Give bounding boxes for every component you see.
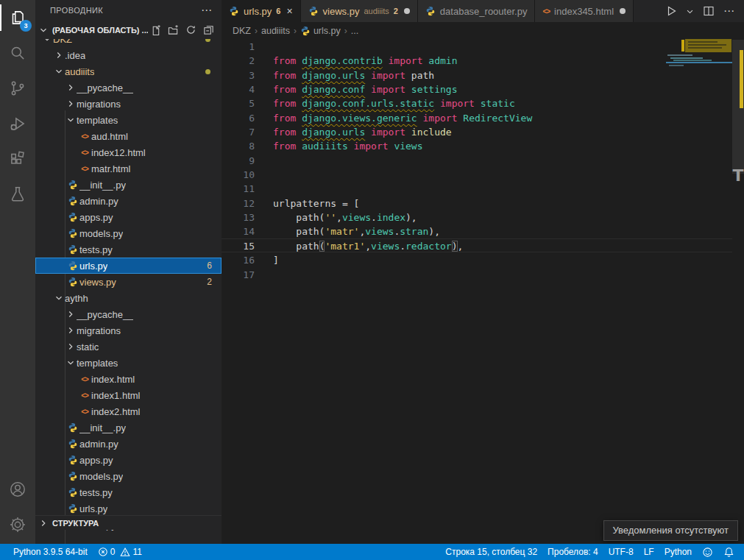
- activity-source-control[interactable]: [0, 71, 35, 106]
- code-line-11[interactable]: 11: [222, 182, 744, 196]
- split-editor-button[interactable]: [703, 5, 715, 17]
- tree-item-models-py[interactable]: models.py: [35, 468, 222, 484]
- tree-item-matr-html[interactable]: <>matr.html: [35, 160, 222, 177]
- tree-item-aythh[interactable]: aythh: [35, 290, 222, 306]
- tree-item--idea[interactable]: .idea: [35, 47, 222, 63]
- status-item-строка-15-столбец-32[interactable]: Строка 15, столбец 32: [440, 547, 542, 557]
- tree-item-admin-py[interactable]: admin.py: [35, 436, 222, 452]
- tree-item--init-py[interactable]: __init__.py: [35, 419, 222, 436]
- run-python-file-button[interactable]: [665, 5, 677, 17]
- tree-item-index2-html[interactable]: <>index2.html: [35, 403, 222, 419]
- code-editor[interactable]: 12from django.contrib import admin3from …: [222, 40, 744, 544]
- python-interpreter-item[interactable]: Python 3.9.5 64-bit: [8, 547, 93, 557]
- close-icon[interactable]: ×: [286, 6, 292, 16]
- tab-label: views.py: [323, 6, 360, 17]
- code-line-10[interactable]: 10: [222, 168, 744, 182]
- tree-item-views-py[interactable]: views.py2: [35, 274, 222, 290]
- tree-item-tests-py[interactable]: tests.py: [35, 484, 222, 500]
- status-item-python[interactable]: Python: [659, 547, 697, 557]
- tree-item-index12-html[interactable]: <>index12.html: [35, 144, 222, 160]
- chevron-down-icon: [65, 358, 77, 368]
- tree-item--pycache-[interactable]: __pycache__: [35, 306, 222, 322]
- tree-item-apps-py[interactable]: apps.py: [35, 452, 222, 468]
- refresh-icon[interactable]: [185, 24, 196, 35]
- breadcrumb-separator: ›: [344, 26, 347, 36]
- tree-item-label: static: [77, 341, 99, 352]
- code-line-13[interactable]: 13 path('',views.index),: [222, 210, 744, 224]
- activity-files[interactable]: 3: [0, 0, 35, 35]
- tree-item-label: __init__.py: [79, 180, 126, 191]
- tree-item-apps-py[interactable]: apps.py: [35, 209, 222, 225]
- workspace-section-header[interactable]: (РАБОЧАЯ ОБЛАСТЬ) ...: [35, 21, 222, 39]
- more-actions-icon[interactable]: ⋯: [723, 4, 735, 18]
- tree-item-label: tests.py: [79, 487, 113, 498]
- editor-scrollbar[interactable]: [732, 40, 744, 544]
- status-item-utf-8[interactable]: UTF-8: [603, 547, 639, 557]
- activity-run-and-debug[interactable]: [0, 106, 35, 141]
- vscode-window: 3 ПРОВОДНИК ⋯ (РАБОЧАЯ ОБЛАСТЬ) ... DKZ.…: [0, 0, 744, 560]
- tab-views-py[interactable]: views.pyaudiiits2: [301, 0, 418, 22]
- activity-testing[interactable]: [0, 177, 35, 212]
- tree-item-tests-py[interactable]: tests.py: [35, 241, 222, 258]
- tree-item-urls-py[interactable]: urls.py: [35, 500, 222, 517]
- explorer-header: ПРОВОДНИК ⋯: [35, 0, 222, 21]
- tree-item-admin-py[interactable]: admin.py: [35, 193, 222, 209]
- code-line-17[interactable]: 17: [222, 268, 744, 282]
- tree-item--init-py[interactable]: __init__.py: [35, 177, 222, 193]
- tree-item-static[interactable]: static: [35, 339, 222, 355]
- unsaved-dot-icon[interactable]: [620, 8, 626, 14]
- status-item-пробелов-4[interactable]: Пробелов: 4: [542, 547, 603, 557]
- tree-item--pycache-[interactable]: __pycache__: [35, 79, 222, 96]
- breadcrumb-item--[interactable]: ...: [351, 26, 358, 36]
- chevron-down-icon: [38, 25, 50, 35]
- python-file-icon: [66, 277, 79, 287]
- run-dropdown-icon[interactable]: [686, 7, 694, 15]
- code-line-16[interactable]: 16]: [222, 253, 744, 267]
- code-text: from django.views.generic import Redirec…: [255, 111, 532, 125]
- notifications-bell-icon[interactable]: [718, 547, 740, 558]
- status-left: Python 3.9.5 64-bit 0 11: [0, 547, 147, 557]
- tree-item-templates[interactable]: templates: [35, 355, 222, 371]
- status-item-lf[interactable]: LF: [639, 547, 659, 557]
- tree-item-label: views.py: [79, 277, 116, 288]
- views-and-more-actions-icon[interactable]: ⋯: [201, 4, 213, 17]
- code-line-14[interactable]: 14 path('matr',views.stran),: [222, 224, 744, 238]
- tree-item-migrations[interactable]: migrations: [35, 96, 222, 112]
- minimap[interactable]: [666, 40, 732, 165]
- feedback-smiley-icon[interactable]: [697, 547, 718, 558]
- tab-database-roouter-py[interactable]: database_roouter.py: [418, 0, 536, 22]
- code-line-12[interactable]: 12urlpatterns = [: [222, 196, 744, 210]
- breadcrumb-item-urls-py[interactable]: urls.py: [300, 26, 341, 36]
- tree-item-models-py[interactable]: models.py: [35, 225, 222, 241]
- explorer-badge: 3: [20, 20, 32, 32]
- tree-item-label: aud.html: [91, 131, 128, 142]
- new-folder-icon[interactable]: [168, 24, 179, 35]
- unsaved-dot-icon[interactable]: [404, 8, 410, 14]
- activity-search[interactable]: [0, 35, 35, 71]
- outline-section-header[interactable]: СТРУКТУРА: [35, 515, 222, 530]
- activity-settings-gear[interactable]: [0, 507, 35, 542]
- tree-item-aud-html[interactable]: <>aud.html: [35, 128, 222, 144]
- activity-extensions[interactable]: [0, 141, 35, 177]
- breadcrumb-item-dkz[interactable]: DKZ: [233, 26, 251, 36]
- line-number: 10: [222, 168, 255, 182]
- tree-item-index-html[interactable]: <>index.html: [35, 371, 222, 387]
- problems-item[interactable]: 0 11: [93, 547, 147, 557]
- code-line-15[interactable]: 15 path('matr1',views.redactor),: [222, 239, 744, 253]
- tab-urls-py[interactable]: urls.py6×: [222, 0, 301, 22]
- tab-index345-html[interactable]: <>index345.html: [535, 0, 634, 22]
- tree-item-audiiits[interactable]: audiiits: [35, 63, 222, 79]
- line-number: 14: [222, 224, 255, 238]
- tree-item-index1-html[interactable]: <>index1.html: [35, 387, 222, 403]
- activity-account[interactable]: [0, 472, 35, 507]
- tab-problems-badge: 2: [394, 7, 398, 15]
- tab-label: database_roouter.py: [440, 6, 528, 17]
- html-file-icon: <>: [81, 375, 88, 383]
- tree-item-urls-py[interactable]: urls.py6: [35, 258, 222, 274]
- tree-item-templates[interactable]: templates: [35, 112, 222, 128]
- tree-item-migrations[interactable]: migrations: [35, 322, 222, 339]
- line-number: 9: [222, 154, 255, 168]
- collapse-folders-icon[interactable]: [203, 24, 214, 35]
- new-file-icon[interactable]: [150, 24, 161, 35]
- breadcrumb-item-audiiits[interactable]: audiiits: [261, 26, 290, 36]
